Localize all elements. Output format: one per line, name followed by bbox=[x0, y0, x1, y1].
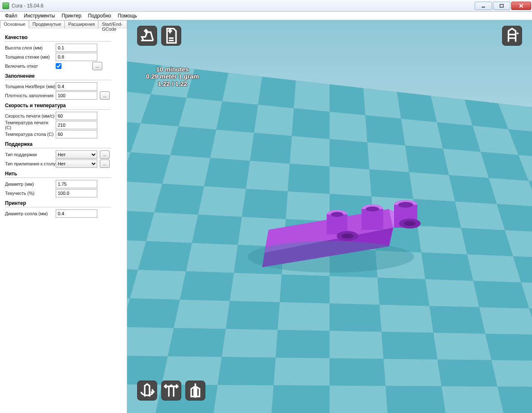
svg-marker-48 bbox=[369, 170, 413, 199]
input-nozzle-diameter[interactable] bbox=[56, 209, 97, 218]
svg-marker-49 bbox=[409, 172, 455, 202]
adhesion-settings-button[interactable]: ... bbox=[100, 160, 110, 168]
svg-marker-117 bbox=[222, 329, 278, 358]
label-enable-retraction: Включить откат bbox=[5, 64, 56, 69]
fill-settings-button[interactable]: ... bbox=[100, 91, 110, 100]
label-topbottom-thickness: Толщина Низ/Верх (мм) bbox=[5, 84, 56, 89]
input-shell-thickness[interactable] bbox=[56, 53, 97, 61]
svg-marker-80 bbox=[186, 243, 238, 273]
svg-point-160 bbox=[331, 212, 343, 217]
svg-marker-9 bbox=[258, 77, 296, 108]
svg-marker-116 bbox=[168, 328, 226, 357]
app-icon bbox=[2, 2, 9, 9]
hud-time: 10 minutes bbox=[137, 66, 208, 73]
svg-marker-21 bbox=[254, 105, 294, 136]
svg-marker-43 bbox=[163, 155, 210, 186]
menu-tools[interactable]: Инструменты bbox=[21, 12, 59, 20]
svg-marker-44 bbox=[204, 158, 250, 189]
3d-viewport[interactable]: 10 minutes 0.29 meter 1 gram 1.22 / 1.22 bbox=[127, 20, 532, 413]
svg-marker-108 bbox=[379, 305, 433, 332]
select-support-type[interactable]: Нет bbox=[56, 150, 97, 159]
label-fill-density: Плотность заполнения bbox=[5, 93, 56, 98]
svg-marker-119 bbox=[330, 331, 384, 359]
mirror-button[interactable] bbox=[185, 381, 205, 401]
load-icon bbox=[138, 26, 157, 45]
svg-marker-109 bbox=[429, 306, 485, 334]
svg-marker-107 bbox=[330, 303, 382, 332]
svg-rect-156 bbox=[362, 209, 383, 230]
tab-advanced[interactable]: Продвинутые bbox=[29, 20, 65, 29]
menu-details[interactable]: Подробно bbox=[85, 12, 115, 20]
menu-help[interactable]: Помощь bbox=[114, 12, 140, 20]
menu-file[interactable]: Файл bbox=[2, 12, 21, 20]
svg-marker-79 bbox=[138, 241, 192, 271]
label-bed-temp: Температура стола (C) bbox=[5, 132, 56, 137]
window-close-button[interactable] bbox=[511, 2, 531, 10]
label-print-temp: Температура печати (C) bbox=[5, 120, 56, 130]
svg-marker-47 bbox=[330, 167, 372, 197]
input-print-temp[interactable] bbox=[56, 121, 97, 129]
svg-marker-106 bbox=[278, 302, 330, 331]
svg-marker-98 bbox=[473, 281, 530, 309]
menu-bar: Файл Инструменты Принтер Подробно Помощь bbox=[0, 12, 532, 20]
support-settings-button[interactable]: ... bbox=[100, 150, 110, 159]
section-machine: Принтер bbox=[5, 200, 111, 207]
svg-marker-121 bbox=[433, 333, 492, 360]
label-flow: Текучесть (%) bbox=[5, 191, 56, 196]
svg-point-164 bbox=[404, 221, 416, 226]
svg-marker-13 bbox=[397, 92, 437, 122]
svg-marker-120 bbox=[382, 332, 438, 360]
tab-basic[interactable]: Основные bbox=[0, 20, 29, 29]
rotate-button[interactable] bbox=[137, 381, 157, 401]
input-flow[interactable] bbox=[56, 189, 97, 197]
window-minimize-button[interactable] bbox=[475, 2, 492, 10]
label-shell-thickness: Толщина стенки (мм) bbox=[5, 54, 56, 59]
load-model-button[interactable] bbox=[137, 26, 157, 46]
svg-marker-10 bbox=[294, 81, 330, 112]
save-gcode-button[interactable] bbox=[161, 26, 181, 46]
svg-marker-141 bbox=[214, 385, 273, 413]
label-adhesion-type: Тип прилипания к столу bbox=[5, 161, 56, 166]
input-filament-diameter[interactable] bbox=[56, 180, 97, 188]
svg-marker-146 bbox=[498, 386, 532, 413]
svg-marker-57 bbox=[242, 189, 288, 219]
hud-cost: 1.22 / 1.22 bbox=[137, 80, 208, 87]
retraction-settings-button[interactable]: ... bbox=[92, 62, 102, 70]
svg-marker-11 bbox=[330, 84, 365, 115]
label-nozzle-diameter: Диаметр сопла (мм) bbox=[5, 211, 56, 216]
svg-marker-25 bbox=[401, 119, 443, 149]
svg-marker-33 bbox=[250, 133, 292, 164]
mirror-icon bbox=[186, 381, 205, 400]
svg-marker-96 bbox=[377, 278, 429, 306]
tab-plugins[interactable]: Расширения bbox=[64, 20, 99, 29]
tab-gcode[interactable]: Start/End-GCode bbox=[98, 20, 127, 29]
svg-marker-73 bbox=[417, 226, 467, 254]
svg-marker-34 bbox=[290, 136, 330, 167]
svg-marker-68 bbox=[192, 215, 242, 245]
svg-marker-134 bbox=[491, 360, 532, 387]
section-fill: Заполнение bbox=[5, 73, 111, 80]
svg-marker-104 bbox=[174, 300, 230, 329]
input-fill-density[interactable] bbox=[56, 91, 97, 100]
svg-marker-32 bbox=[210, 130, 254, 161]
scale-button[interactable] bbox=[161, 381, 181, 401]
svg-marker-24 bbox=[365, 115, 405, 145]
checkbox-enable-retraction[interactable] bbox=[56, 63, 62, 69]
section-quality: Качество bbox=[5, 34, 111, 42]
svg-marker-105 bbox=[226, 301, 280, 330]
svg-marker-46 bbox=[288, 164, 330, 194]
input-layer-height[interactable] bbox=[56, 44, 97, 52]
svg-marker-12 bbox=[363, 88, 401, 119]
view-mode-button[interactable] bbox=[502, 26, 522, 46]
svg-marker-22 bbox=[292, 108, 330, 139]
menu-printer[interactable]: Принтер bbox=[58, 12, 84, 20]
label-print-speed: Скорость печати (мм/с) bbox=[5, 113, 56, 118]
svg-point-154 bbox=[398, 202, 413, 208]
window-maximize-button[interactable] bbox=[493, 2, 510, 10]
input-bed-temp[interactable] bbox=[56, 130, 97, 138]
input-topbottom-thickness[interactable] bbox=[56, 82, 97, 91]
svg-rect-1 bbox=[500, 4, 503, 7]
svg-marker-86 bbox=[467, 254, 521, 282]
select-adhesion-type[interactable]: Нет bbox=[56, 160, 97, 168]
input-print-speed[interactable] bbox=[56, 112, 97, 120]
